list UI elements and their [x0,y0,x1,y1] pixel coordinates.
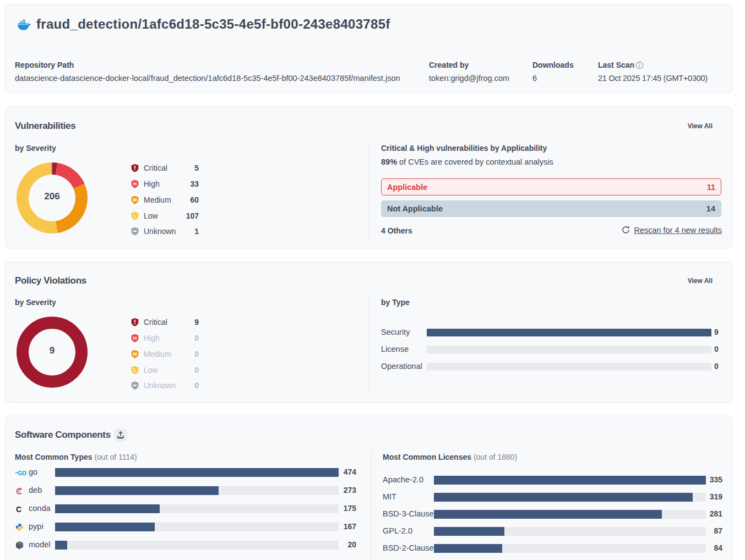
svg-text:L: L [133,367,137,373]
svg-text:M: M [133,351,137,357]
svg-text:M: M [133,197,137,203]
svg-text:GO: GO [18,470,26,476]
svg-text:L: L [133,213,137,219]
svg-text:H: H [133,335,137,341]
svg-text:C: C [16,505,21,513]
svg-text:H: H [133,181,137,187]
